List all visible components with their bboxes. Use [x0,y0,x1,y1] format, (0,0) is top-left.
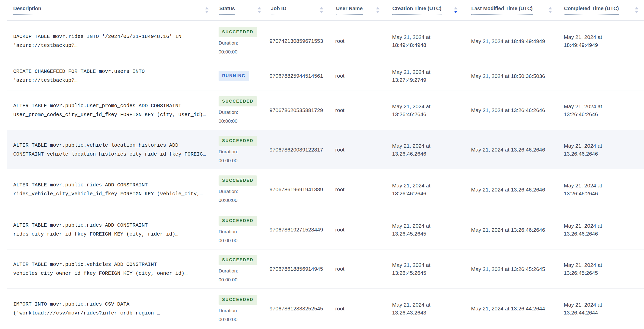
column-header-inner: User Name [334,5,391,15]
sort-down-arrow-icon [635,11,638,13]
sort-up-arrow-icon [548,7,552,9]
table-row[interactable]: ALTER TABLE movr.public.vehicle_location… [7,130,644,169]
column-header-creation_time[interactable]: Creation Time (UTC) [391,0,470,20]
user-name: root [335,106,391,114]
creation-time: May 21, 2024 at 13:26:45:2645 [392,261,470,277]
status-badge: RUNNING [219,71,249,81]
duration-label: Duration: [219,229,238,235]
column-header-label: Completed Time (UTC) [564,5,619,15]
cell-creation: May 21, 2024 at 13:26:46:2646 [391,130,470,169]
job-description-link[interactable]: ALTER TABLE movr.public.vehicle_location… [13,141,215,159]
cell-description: ALTER TABLE movr.public.rides ADD CONSTR… [7,169,218,210]
last-modified-time: May 21, 2024 at 13:26:46:2646 [471,106,563,114]
user-name: root [335,146,391,154]
cell-modified: May 21, 2024 at 13:26:46:2646 [470,90,563,130]
status-badge: SUCCEEDED [219,136,257,146]
last-modified-time: May 21, 2024 at 13:26:46:2646 [471,186,563,194]
column-header-label: Status [219,5,235,15]
status-stack: RUNNING [219,71,269,81]
job-description-link[interactable]: ALTER TABLE movr.public.rides ADD CONSTR… [13,221,215,239]
status-stack: SUCCEEDEDDuration:00:00:00 [219,295,269,323]
sort-icon [320,7,323,13]
completed-time: May 21, 2024 at 13:26:45:2645 [564,261,644,277]
sort-down-arrow-icon [454,11,458,13]
table-row[interactable]: BACKUP TABLE movr.rides INTO '/2024/05/2… [7,20,644,62]
creation-time: May 21, 2024 at 13:26:46:2646 [392,102,470,118]
cell-completed: May 21, 2024 at 13:26:46:2646 [563,130,644,169]
cell-modified: May 21, 2024 at 13:26:46:2646 [470,130,563,169]
status-stack: SUCCEEDEDDuration:00:00:00 [219,96,269,124]
cell-status: SUCCEEDEDDuration:00:00:00 [218,90,269,130]
cell-creation: May 21, 2024 at 13:26:46:2646 [391,90,470,130]
cell-jobid: 970678619691941889 [269,169,334,210]
cell-jobid: 970678619271528449 [269,210,334,250]
last-modified-time: May 21, 2024 at 18:50:36:5036 [471,72,563,80]
duration-value: 00:00:00 [219,118,237,124]
column-header-label: Last Modified Time (UTC) [471,5,533,15]
table-row[interactable]: IMPORT INTO movr.public.rides CSV DATA (… [7,288,644,329]
column-header-user_name[interactable]: User Name [334,0,391,20]
job-id: 970678612838252545 [270,305,334,312]
cell-user: root [334,250,391,288]
column-header-inner: Completed Time (UTC) [563,5,644,15]
cell-status: RUNNING [218,62,269,90]
column-header-description[interactable]: Description [7,0,218,20]
column-header-status[interactable]: Status [218,0,269,20]
status-badge: SUCCEEDED [219,96,257,106]
cell-user: root [334,288,391,329]
column-header-job_id[interactable]: Job ID [269,0,334,20]
job-description-link[interactable]: ALTER TABLE movr.public.rides ADD CONSTR… [13,181,215,198]
duration-label: Duration: [219,149,238,155]
cell-user: root [334,210,391,250]
cell-completed: May 21, 2024 at 13:26:46:2646 [563,169,644,210]
completed-time: May 21, 2024 at 13:26:44:2644 [564,301,644,317]
duration-label: Duration: [219,308,238,314]
cell-creation: May 21, 2024 at 13:26:46:2646 [391,169,470,210]
cell-status: SUCCEEDEDDuration:00:00:00 [218,20,269,62]
job-description-link[interactable]: CREATE CHANGEFEED FOR TABLE movr.users I… [13,67,215,85]
job-description-link[interactable]: ALTER TABLE movr.public.user_promo_codes… [13,101,215,119]
cell-description: ALTER TABLE movr.public.user_promo_codes… [7,90,218,130]
table-row[interactable]: CREATE CHANGEFEED FOR TABLE movr.users I… [7,62,644,90]
cell-modified: May 21, 2024 at 13:26:46:2646 [470,210,563,250]
completed-time: May 21, 2024 at 18:49:49:4949 [564,33,644,49]
column-header-completed_time[interactable]: Completed Time (UTC) [563,0,644,20]
job-description-link[interactable]: BACKUP TABLE movr.rides INTO '/2024/05/2… [13,32,215,50]
user-name: root [335,72,391,80]
creation-time: May 21, 2024 at 13:27:49:2749 [392,68,470,84]
cell-completed: May 21, 2024 at 13:26:45:2645 [563,250,644,288]
duration-value: 00:00:00 [219,238,237,244]
column-header-label: User Name [336,5,363,15]
sort-down-arrow-icon [320,11,323,13]
duration-value: 00:00:00 [219,277,237,283]
cell-completed: May 21, 2024 at 13:26:46:2646 [563,90,644,130]
sort-up-arrow-icon [454,7,458,9]
sort-down-arrow-icon [258,11,261,13]
job-id: 970742130859671553 [270,37,334,45]
job-description-link[interactable]: IMPORT INTO movr.public.rides CSV DATA (… [13,300,215,318]
table-row[interactable]: ALTER TABLE movr.public.user_promo_codes… [7,90,644,130]
last-modified-time: May 21, 2024 at 13:26:46:2646 [471,146,563,154]
table-row[interactable]: ALTER TABLE movr.public.vehicles ADD CON… [7,250,644,288]
jobs-table: DescriptionStatusJob IDUser NameCreation… [7,0,644,329]
status-stack: SUCCEEDEDDuration:00:00:00 [219,27,269,55]
sort-up-arrow-icon [205,7,209,9]
column-header-inner: Creation Time (UTC) [391,5,470,15]
cell-status: SUCCEEDEDDuration:00:00:00 [218,250,269,288]
sort-icon [548,7,552,13]
status-badge: SUCCEEDED [219,216,257,226]
column-header-inner: Description [7,5,218,15]
table-row[interactable]: ALTER TABLE movr.public.rides ADD CONSTR… [7,210,644,250]
table-row[interactable]: ALTER TABLE movr.public.rides ADD CONSTR… [7,169,644,210]
cell-modified: May 21, 2024 at 18:49:49:4949 [470,20,563,62]
sort-icon [258,7,261,13]
column-header-modified_time[interactable]: Last Modified Time (UTC) [470,0,563,20]
user-name: root [335,226,391,234]
cell-creation: May 21, 2024 at 13:27:49:2749 [391,62,470,90]
creation-time: May 21, 2024 at 18:49:48:4948 [392,33,470,49]
status-stack: SUCCEEDEDDuration:00:00:00 [219,255,269,283]
cell-jobid: 970678620535881729 [269,90,334,130]
column-header-label: Description [13,5,41,15]
cell-modified: May 21, 2024 at 13:26:46:2646 [470,169,563,210]
job-description-link[interactable]: ALTER TABLE movr.public.vehicles ADD CON… [13,260,215,278]
